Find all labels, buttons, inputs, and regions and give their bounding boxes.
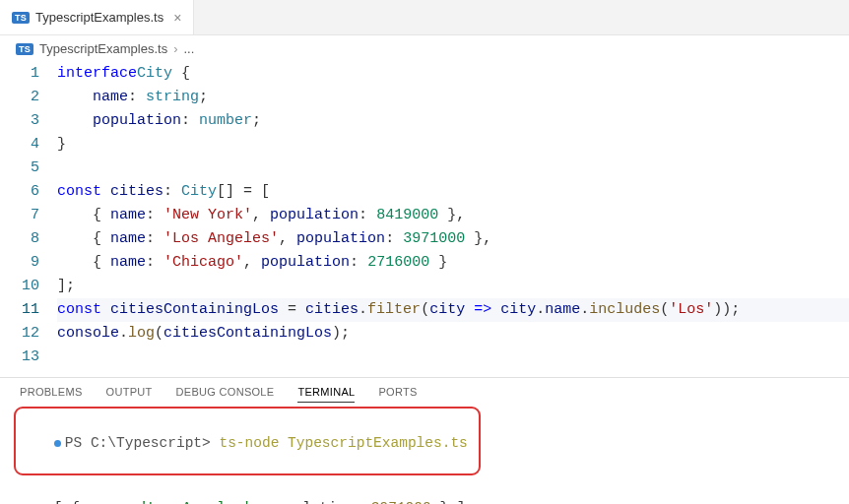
- code-line[interactable]: const cities: City[] = [: [57, 180, 849, 204]
- dot-icon: [54, 440, 61, 447]
- code-line[interactable]: ];: [57, 275, 849, 298]
- code-line[interactable]: }: [57, 133, 849, 157]
- line-number: 1: [0, 62, 39, 86]
- code-line[interactable]: population: number;: [57, 109, 849, 133]
- terminal-output: [ { name:: [54, 500, 140, 504]
- line-number: 7: [0, 204, 39, 227]
- tab-bar: TS TypescriptExamples.ts ×: [0, 0, 849, 35]
- breadcrumb-rest: ...: [184, 41, 195, 56]
- panel-tabs: PROBLEMSOUTPUTDEBUG CONSOLETERMINALPORTS: [0, 377, 849, 407]
- terminal-line: [ { name: 'Los Angeles', population: 397…: [20, 475, 829, 504]
- line-number: 2: [0, 86, 39, 109]
- line-number: 10: [0, 275, 39, 298]
- panel-tab-terminal[interactable]: TERMINAL: [297, 386, 355, 403]
- code-line[interactable]: console.log(citiesContainingLos);: [57, 322, 849, 346]
- terminal-output: 3971000: [371, 500, 431, 504]
- ts-badge-icon: TS: [12, 12, 30, 24]
- terminal-prompt: PS C:\Typescript>: [65, 435, 220, 451]
- editor-tab[interactable]: TS TypescriptExamples.ts ×: [0, 0, 194, 34]
- panel-tab-debug-console[interactable]: DEBUG CONSOLE: [176, 386, 275, 403]
- terminal-line: PS C:\Typescript> ts-node TypescriptExam…: [20, 410, 829, 475]
- line-number: 5: [0, 157, 39, 180]
- code-line[interactable]: interfaceCity {: [57, 62, 849, 86]
- breadcrumb-file: TypescriptExamples.ts: [39, 41, 167, 56]
- terminal-panel[interactable]: PS C:\Typescript> ts-node TypescriptExam…: [0, 407, 849, 504]
- code-line[interactable]: { name: 'Los Angeles', population: 39710…: [57, 227, 849, 251]
- code-line[interactable]: [57, 346, 849, 369]
- line-number: 9: [0, 251, 39, 275]
- line-number-gutter: 12345678910111213: [0, 62, 57, 369]
- panel-tab-ports[interactable]: PORTS: [378, 386, 417, 403]
- code-editor[interactable]: 12345678910111213 interfaceCity { name: …: [0, 62, 849, 377]
- line-number: 3: [0, 109, 39, 133]
- line-number: 12: [0, 322, 39, 346]
- line-number: 6: [0, 180, 39, 204]
- close-icon[interactable]: ×: [173, 10, 181, 26]
- code-line[interactable]: { name: 'New York', population: 8419000 …: [57, 204, 849, 227]
- terminal-command: ts-node TypescriptExamples.ts: [219, 435, 467, 451]
- line-number: 4: [0, 133, 39, 157]
- line-number: 11: [0, 298, 39, 322]
- line-number: 13: [0, 346, 39, 369]
- code-line[interactable]: const citiesContainingLos = cities.filte…: [57, 298, 849, 322]
- breadcrumb[interactable]: TS TypescriptExamples.ts › ...: [0, 35, 849, 62]
- panel-tab-problems[interactable]: PROBLEMS: [20, 386, 83, 403]
- code-line[interactable]: [57, 157, 849, 180]
- panel-tab-output[interactable]: OUTPUT: [106, 386, 153, 403]
- ts-badge-icon: TS: [16, 43, 33, 55]
- terminal-output: , population:: [251, 500, 371, 504]
- line-number: 8: [0, 227, 39, 251]
- code-area[interactable]: interfaceCity { name: string; population…: [57, 62, 849, 369]
- terminal-output: 'Los Angeles': [140, 500, 251, 504]
- code-line[interactable]: { name: 'Chicago', population: 2716000 }: [57, 251, 849, 275]
- chevron-right-icon: ›: [173, 41, 177, 56]
- terminal-output: } ]: [431, 500, 466, 504]
- code-line[interactable]: name: string;: [57, 86, 849, 109]
- tab-filename: TypescriptExamples.ts: [35, 10, 163, 25]
